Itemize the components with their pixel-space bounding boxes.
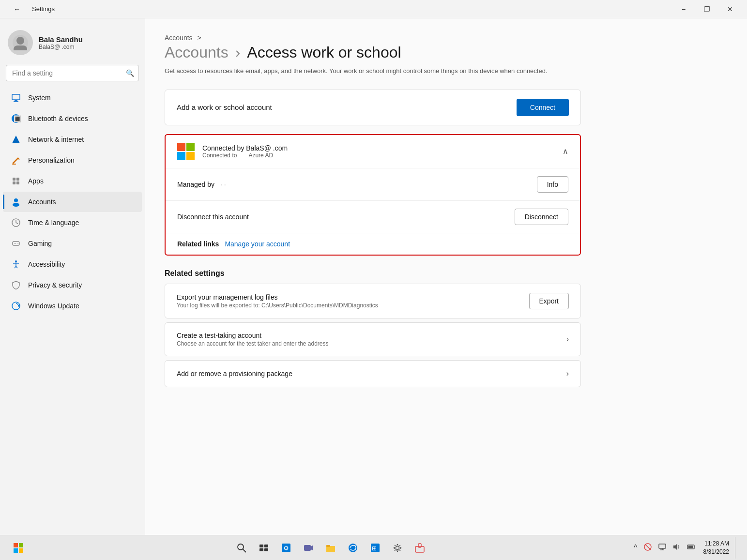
sidebar-item-system[interactable]: System	[3, 88, 142, 108]
taskbar-edge-button[interactable]	[342, 537, 364, 559]
accounts-icon	[11, 197, 21, 207]
svg-rect-33	[14, 543, 18, 547]
svg-rect-45	[304, 545, 311, 551]
export-button[interactable]: Export	[529, 293, 569, 309]
export-row: Export your management log files Your lo…	[165, 284, 580, 318]
svg-rect-15	[16, 182, 19, 184]
account-connected-by: Connected by BalaS@ .com	[202, 144, 555, 152]
connect-button[interactable]: Connect	[517, 99, 569, 116]
search-icon: 🔍	[126, 69, 134, 77]
svg-point-26	[15, 260, 17, 262]
sidebar-item-accessibility[interactable]: Accessibility	[3, 254, 142, 274]
related-links-row: Related links Manage your account	[166, 233, 580, 255]
sidebar-profile: Bala Sandhu BalaS@ .com	[0, 24, 145, 65]
svg-rect-13	[16, 178, 19, 181]
minimize-button[interactable]: −	[672, 1, 695, 17]
bluetooth-icon: 🔳	[11, 113, 21, 124]
sidebar-item-personalization[interactable]: Personalization	[3, 150, 142, 170]
svg-rect-34	[19, 543, 23, 547]
settings-card-export: Export your management log files Your lo…	[165, 284, 581, 318]
taskbar-date: 8/31/2022	[703, 548, 729, 556]
page-breadcrumb-title: Accounts	[165, 44, 229, 61]
start-button[interactable]	[8, 537, 29, 559]
taskbar-time: 11:28 AM	[703, 540, 729, 548]
sidebar-item-privacy[interactable]: Privacy & security	[3, 275, 142, 295]
svg-rect-39	[259, 545, 263, 547]
breadcrumb-parent: Accounts	[165, 34, 193, 42]
sidebar-item-time[interactable]: Time & language	[3, 212, 142, 233]
ms-logo-red	[177, 143, 185, 151]
info-button[interactable]: Info	[537, 176, 568, 193]
taskbar-volume-icon[interactable]	[671, 541, 683, 555]
settings-card-provisioning[interactable]: Add or remove a provisioning package ›	[165, 360, 581, 387]
taskbar-display-icon[interactable]	[656, 541, 669, 555]
svg-point-24	[17, 243, 18, 244]
taskbar-sys-tray: ^ 11:28 AM 8/31/2022	[632, 537, 739, 559]
taskbar-gear-button[interactable]	[387, 537, 408, 559]
sidebar-item-network[interactable]: Network & internet	[3, 129, 142, 150]
taskbar-fileexplorer-button[interactable]	[320, 537, 341, 559]
svg-point-37	[238, 544, 244, 550]
titlebar-controls: − ❐ ✕	[672, 1, 741, 17]
svg-rect-41	[259, 548, 263, 551]
sidebar-item-system-label: System	[28, 94, 51, 102]
taskbar-chevron-icon[interactable]: ^	[632, 542, 640, 554]
sidebar-item-accounts[interactable]: Accounts	[3, 192, 142, 212]
related-settings-title: Related settings	[165, 269, 728, 278]
gaming-icon	[11, 238, 21, 249]
sidebar-item-accessibility-label: Accessibility	[28, 260, 65, 268]
svg-rect-62	[694, 546, 695, 547]
testtaking-row[interactable]: Create a test-taking account Choose an a…	[165, 323, 580, 356]
provisioning-row[interactable]: Add or remove a provisioning package ›	[165, 361, 580, 387]
svg-marker-46	[311, 545, 313, 550]
taskbar-store-button[interactable]: ⊞	[365, 537, 386, 559]
sidebar-item-bluetooth[interactable]: 🔳 Bluetooth & devices	[3, 108, 142, 129]
svg-point-16	[14, 198, 18, 202]
svg-rect-42	[264, 548, 268, 551]
sidebar-item-gaming[interactable]: Gaming	[3, 233, 142, 254]
taskbar-search-button[interactable]	[231, 537, 252, 559]
personalization-icon	[11, 155, 21, 166]
sidebar-item-gaming-label: Gaming	[28, 240, 52, 247]
taskbar-clock[interactable]: 11:28 AM 8/31/2022	[700, 538, 733, 558]
testtaking-text: Create a test-taking account Choose an a…	[177, 332, 566, 347]
sidebar-item-network-label: Network & internet	[28, 136, 84, 143]
restore-button[interactable]: ❐	[696, 1, 718, 17]
taskbar-sys-icons: ^	[632, 541, 698, 555]
sidebar-item-apps[interactable]: Apps	[3, 171, 142, 191]
settings-card-testtaking[interactable]: Create a test-taking account Choose an a…	[165, 322, 581, 356]
sidebar-item-time-label: Time & language	[28, 219, 79, 227]
account-card-chevron-up[interactable]: ∧	[563, 147, 568, 156]
svg-line-20	[16, 223, 18, 224]
svg-marker-60	[673, 544, 677, 550]
taskbar-settings-pinned[interactable]: ⚙	[275, 537, 297, 559]
export-title: Export your management log files	[177, 293, 529, 301]
ms-logo-green	[186, 143, 195, 151]
microsoft-logo	[177, 143, 195, 160]
connect-label: Add a work or school account	[177, 103, 272, 111]
svg-rect-40	[264, 545, 268, 547]
svg-point-52	[396, 546, 399, 549]
manage-account-link[interactable]: Manage your account	[225, 240, 290, 248]
disconnect-button[interactable]: Disconnect	[515, 209, 568, 225]
taskbar-battery-icon[interactable]	[685, 541, 698, 555]
sidebar-item-update[interactable]: Windows Update	[3, 296, 142, 316]
taskbar-taskview-button[interactable]	[253, 537, 274, 559]
managed-by-label: Managed by · ·	[177, 181, 226, 188]
related-links-label: Related links	[177, 240, 219, 248]
time-icon	[11, 217, 21, 228]
taskbar-tool-button[interactable]	[409, 537, 430, 559]
taskbar-network-icon[interactable]	[641, 541, 654, 555]
back-button[interactable]: ←	[6, 1, 28, 17]
close-button[interactable]: ✕	[719, 1, 741, 17]
sidebar-search[interactable]: 🔍	[6, 65, 139, 81]
accessibility-icon	[11, 259, 21, 270]
search-input[interactable]	[6, 65, 139, 81]
svg-rect-4	[15, 100, 17, 101]
taskbar-meet-button[interactable]	[298, 537, 319, 559]
provisioning-text: Add or remove a provisioning package	[177, 370, 566, 378]
page-description: Get access to resources like email, apps…	[165, 66, 562, 76]
account-card: Connected by BalaS@ .com Connected to Az…	[165, 134, 581, 256]
network-icon	[11, 134, 21, 145]
show-desktop-button[interactable]	[735, 537, 739, 559]
